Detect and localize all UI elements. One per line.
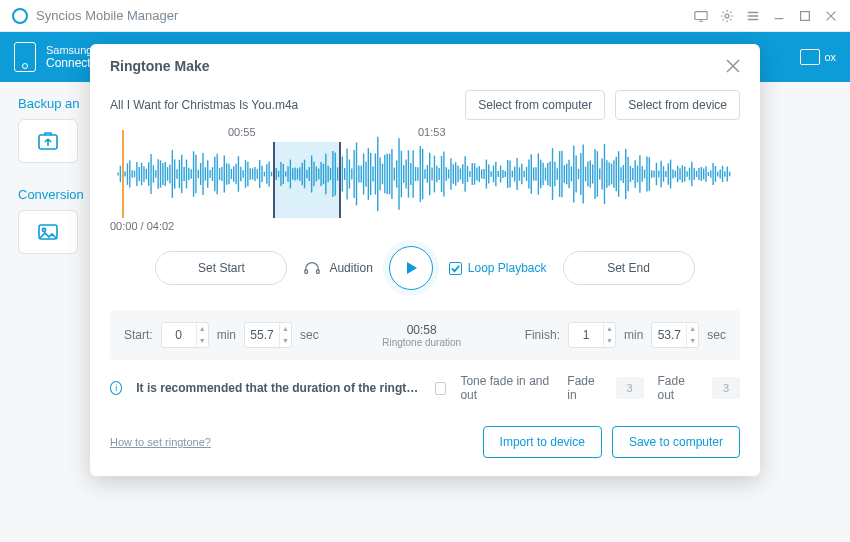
finish-label: Finish: [525, 328, 560, 342]
start-sec-input[interactable]: ▲▼ [244, 322, 292, 348]
check-icon [451, 264, 460, 273]
selection-start-time: 00:55 [228, 126, 256, 138]
info-icon: i [110, 381, 122, 395]
play-button[interactable] [389, 246, 433, 290]
fade-label: Tone fade in and out [460, 374, 553, 402]
duration-value: 00:58 [327, 323, 517, 337]
save-to-computer-button[interactable]: Save to computer [612, 426, 740, 458]
fade-in-label: Fade in [567, 374, 601, 402]
select-from-device-button[interactable]: Select from device [615, 90, 740, 120]
play-icon [403, 260, 419, 276]
headphones-icon [303, 261, 321, 275]
finish-sec-input[interactable]: ▲▼ [651, 322, 699, 348]
fade-out-input[interactable] [712, 377, 740, 399]
fade-checkbox[interactable] [435, 382, 446, 395]
fade-out-label: Fade out [658, 374, 698, 402]
svg-rect-267 [317, 270, 320, 274]
start-label: Start: [124, 328, 153, 342]
audio-filename: All I Want for Christmas Is You.m4a [110, 98, 455, 112]
dialog-title: Ringtone Make [110, 58, 210, 74]
duration-label: Ringtone duration [327, 337, 517, 348]
finish-min-input[interactable]: ▲▼ [568, 322, 616, 348]
recommendation-text: It is recommended that the duration of t… [136, 381, 421, 395]
svg-rect-266 [305, 270, 308, 274]
time-readout: 00:00 / 04:02 [110, 218, 740, 232]
playhead-marker[interactable] [122, 130, 124, 218]
audition-button[interactable]: Audition [303, 261, 372, 275]
loop-playback-checkbox[interactable]: Loop Playback [449, 261, 547, 275]
import-to-device-button[interactable]: Import to device [483, 426, 602, 458]
select-from-computer-button[interactable]: Select from computer [465, 90, 605, 120]
selection-end-time: 01:53 [418, 126, 446, 138]
set-end-button[interactable]: Set End [563, 251, 695, 285]
set-start-button[interactable]: Set Start [155, 251, 287, 285]
how-to-link[interactable]: How to set ringtone? [110, 436, 211, 448]
waveform-selection[interactable] [273, 142, 341, 218]
ringtone-make-dialog: Ringtone Make All I Want for Christmas I… [90, 44, 760, 476]
close-icon[interactable] [726, 59, 740, 73]
fade-in-input[interactable] [616, 377, 644, 399]
start-min-input[interactable]: ▲▼ [161, 322, 209, 348]
time-inputs-row: Start: ▲▼ min ▲▼ sec 00:58 Ringtone dura… [110, 310, 740, 360]
waveform-area[interactable]: 00:55 01:53 00:00 / 04:02 [110, 130, 740, 240]
